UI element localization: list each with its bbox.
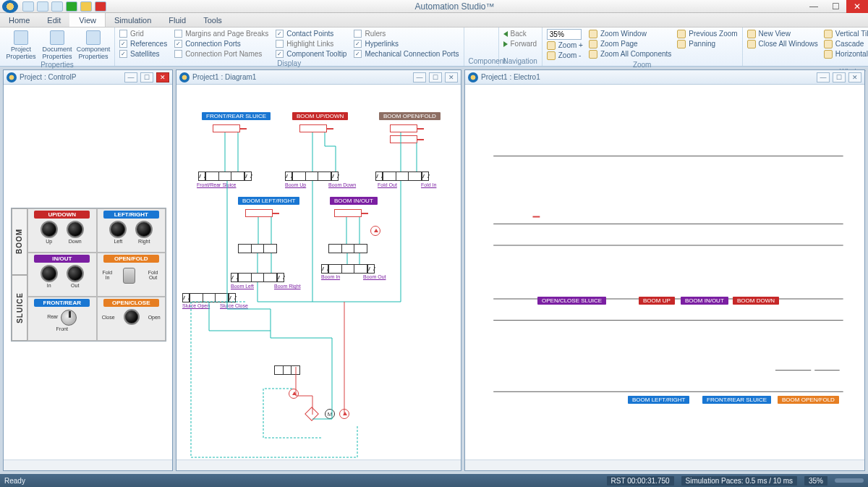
zoom-minus-button[interactable]: Zoom -: [547, 51, 583, 60]
chk-grid[interactable]: Grid: [119, 29, 167, 38]
knob-out[interactable]: [67, 265, 84, 282]
cylinder-boom-fold-b[interactable]: [390, 135, 417, 143]
link-boom-down[interactable]: Boom Down: [328, 182, 356, 187]
pane-scrollbar[interactable]: [176, 460, 461, 470]
switch-openfold[interactable]: [123, 268, 135, 284]
menu-home[interactable]: Home: [0, 13, 38, 27]
chk-rulers[interactable]: Rulers: [354, 29, 459, 38]
valve-boom-lr[interactable]: [238, 273, 277, 282]
pane-scrollbar[interactable]: [465, 460, 864, 470]
cylinder-boom-io[interactable]: [334, 209, 362, 217]
valve-boom-fold[interactable]: [383, 171, 422, 181]
pane-title-bar[interactable]: Project1 : Electro1 — ☐ ✕: [465, 70, 864, 85]
nav-forward-button[interactable]: Forward: [503, 39, 537, 48]
menu-simulation[interactable]: Simulation: [106, 13, 160, 27]
relief-valve[interactable]: [274, 365, 300, 375]
vertical-tile-button[interactable]: Vertical Tile: [824, 29, 868, 38]
chk-connection-port-names[interactable]: Connection Port Names: [174, 49, 268, 59]
valve-sluice-open[interactable]: [190, 293, 229, 302]
valve-boom-ud[interactable]: [292, 171, 331, 181]
pane-title-bar[interactable]: Project1 : Diagram1 — ☐ ✕: [176, 70, 461, 85]
knob-left[interactable]: [109, 221, 127, 238]
qat-redo-icon[interactable]: [51, 1, 63, 12]
pane-min-button[interactable]: —: [817, 72, 830, 82]
knob-in[interactable]: [41, 265, 58, 282]
chk-highlight-links[interactable]: Highlight Links: [276, 39, 346, 48]
component-properties-button[interactable]: ComponentProperties: [77, 29, 110, 60]
chk-margins[interactable]: Margins and Page Breaks: [174, 29, 268, 38]
qat-undo-icon[interactable]: [37, 1, 48, 12]
status-zoom-slider[interactable]: [835, 478, 864, 483]
menu-tools[interactable]: Tools: [195, 13, 231, 27]
accumulator-icon[interactable]: [370, 226, 380, 236]
pane-max-button[interactable]: ☐: [833, 72, 846, 82]
filter-icon[interactable]: [305, 407, 319, 421]
menu-view[interactable]: View: [69, 13, 106, 27]
pump-icon[interactable]: [339, 409, 349, 419]
pane-scrollbar[interactable]: [4, 460, 172, 470]
pane-min-button[interactable]: —: [413, 72, 426, 82]
relief-symbol[interactable]: [289, 389, 299, 399]
zoom-page-button[interactable]: Zoom Page: [589, 39, 671, 48]
chk-hyperlinks[interactable]: ✓Hyperlinks: [354, 39, 459, 48]
previous-zoom-button[interactable]: Previous Zoom: [677, 29, 737, 38]
menu-edit[interactable]: Edit: [38, 13, 69, 27]
qat-run-icon[interactable]: [66, 1, 77, 12]
link-boom-in[interactable]: Boom In: [321, 274, 340, 279]
chk-satellites[interactable]: ✓Satellites: [119, 49, 167, 59]
chk-mech-conn-ports[interactable]: ✓Mechanical Connection Ports: [354, 49, 459, 59]
chk-references[interactable]: ✓References: [119, 39, 167, 48]
menu-fluid[interactable]: Fluid: [160, 13, 195, 27]
knob-up[interactable]: [41, 221, 58, 238]
document-properties-button[interactable]: DocumentProperties: [41, 29, 74, 60]
pane-close-button[interactable]: ✕: [445, 72, 458, 82]
pane-close-button[interactable]: ✕: [848, 72, 861, 82]
link-boom-right[interactable]: Boom Right: [274, 284, 301, 289]
component-icon[interactable]: [475, 29, 487, 38]
pane-max-button[interactable]: ☐: [429, 72, 442, 82]
zoom-plus-button[interactable]: Zoom +: [547, 41, 583, 50]
zoom-all-button[interactable]: Zoom All Components: [589, 49, 671, 59]
pane-title-bar[interactable]: Project : ControlP — ☐ ✕: [4, 70, 172, 85]
component-icon-2[interactable]: [475, 42, 487, 51]
pane-min-button[interactable]: —: [124, 72, 137, 82]
zoom-input[interactable]: [547, 29, 582, 40]
chk-component-tooltip[interactable]: ✓Component Tooltip: [276, 49, 346, 59]
chk-contact-points[interactable]: ✓Contact Points: [276, 29, 346, 38]
valve-lock-lr[interactable]: [238, 244, 277, 253]
link-fold-in[interactable]: Fold In: [421, 182, 436, 187]
link-fold-out[interactable]: Fold Out: [378, 182, 397, 187]
qat-save-icon[interactable]: [22, 1, 34, 12]
maximize-button[interactable]: ☐: [825, 0, 846, 13]
pane-content[interactable]: BOOM SLUICE UP/DOWNUpDown LEFT/RIGHTLeft…: [4, 85, 172, 460]
link-boom-out[interactable]: Boom Out: [363, 274, 386, 279]
horizontal-tile-button[interactable]: Horizontal Tile: [824, 49, 868, 59]
nav-back-button[interactable]: Back: [503, 29, 537, 38]
close-button[interactable]: ✕: [846, 0, 868, 13]
link-sluice-open[interactable]: Sluice Open: [182, 303, 210, 308]
new-view-button[interactable]: New View: [747, 29, 818, 38]
project-properties-button[interactable]: ProjectProperties: [4, 29, 38, 60]
zoom-window-button[interactable]: Zoom Window: [589, 29, 671, 38]
pane-max-button[interactable]: ☐: [140, 72, 153, 82]
qat-pause-icon[interactable]: [80, 1, 92, 12]
cascade-button[interactable]: Cascade: [824, 39, 868, 48]
knob-right[interactable]: [135, 221, 153, 238]
link-boom-up[interactable]: Boom Up: [285, 182, 306, 187]
motor-icon[interactable]: M: [325, 409, 335, 419]
link-boom-left[interactable]: Boom Left: [231, 284, 254, 289]
hydraulic-diagram[interactable]: FRONT/REAR SLUICE BOOM UP/DOWN BOOM OPEN…: [176, 85, 461, 460]
pane-close-button[interactable]: ✕: [156, 72, 169, 82]
minimize-button[interactable]: —: [803, 0, 825, 13]
cylinder-boom-ud[interactable]: [299, 124, 327, 132]
cylinder-boom-lr[interactable]: [245, 209, 273, 217]
link-sluice-close[interactable]: Sluice Close: [220, 303, 248, 308]
panning-button[interactable]: Panning: [677, 39, 737, 48]
close-all-button[interactable]: Close All Windows: [747, 39, 818, 48]
chk-connection-ports[interactable]: ✓Connection Ports: [174, 39, 268, 48]
valve-lock-io[interactable]: [328, 244, 367, 253]
cylinder-sluice[interactable]: [213, 124, 240, 132]
valve-boom-io[interactable]: [328, 264, 367, 274]
rotary-frontrear[interactable]: [61, 310, 77, 326]
knob-openclose[interactable]: [124, 309, 140, 325]
